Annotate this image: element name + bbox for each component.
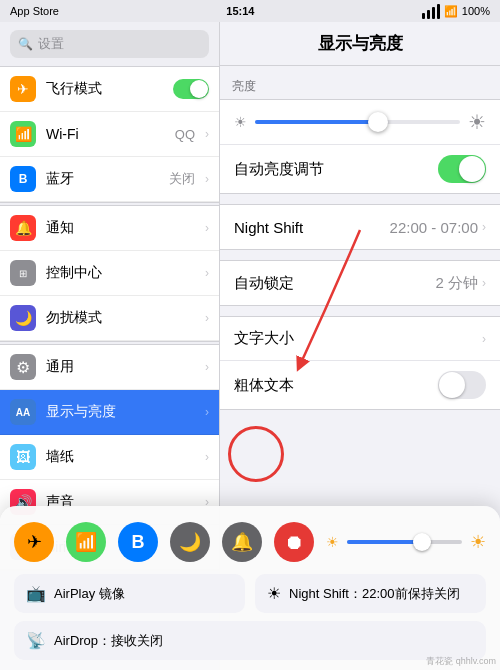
brightness-low-icon: ☀ — [234, 114, 247, 130]
brightness-high-icon: ☀ — [468, 110, 486, 134]
cc-nightshift-label: Night Shift：22:00前保持关闭 — [289, 585, 460, 603]
search-icon: 🔍 — [18, 37, 33, 51]
cc-brightness-thumb[interactable] — [413, 533, 431, 551]
cc-nightshift-icon: ☀ — [267, 584, 281, 603]
sidebar-label-do-not-disturb: 勿扰模式 — [46, 309, 195, 327]
bold-text-thumb — [439, 372, 465, 398]
auto-lock-value: 2 分钟 — [435, 274, 478, 293]
text-size-chevron: › — [482, 332, 486, 346]
sidebar-value-wifi: QQ — [175, 127, 195, 142]
cc-bluetooth-icon: B — [132, 532, 145, 553]
wifi-icon-sidebar: 📶 — [10, 121, 36, 147]
notifications-icon: 🔔 — [10, 215, 36, 241]
airplane-toggle[interactable] — [173, 79, 209, 99]
search-input-placeholder: 设置 — [38, 35, 64, 53]
general-chevron: › — [205, 360, 209, 374]
sidebar-header: 🔍 设置 — [0, 22, 219, 66]
wifi-chevron: › — [205, 127, 209, 141]
night-shift-row[interactable]: Night Shift 22:00 - 07:00 › — [220, 205, 500, 249]
auto-lock-chevron: › — [482, 276, 486, 290]
control-center-chevron: › — [205, 266, 209, 280]
sidebar-label-control-center: 控制中心 — [46, 264, 195, 282]
cc-top-row: ✈ 📶 B 🌙 🔔 ⏺ ☀ ☀ — [14, 522, 486, 562]
watermark: 青花瓷 qhhlv.com — [426, 655, 496, 668]
general-icon: ⚙ — [10, 354, 36, 380]
night-shift-value: 22:00 - 07:00 — [390, 219, 478, 236]
sidebar-item-control-center[interactable]: ⊞ 控制中心 › — [0, 251, 219, 296]
sidebar-label-general: 通用 — [46, 358, 195, 376]
do-not-disturb-chevron: › — [205, 311, 209, 325]
cc-airplay-tile[interactable]: 📺 AirPlay 镜像 — [14, 574, 245, 613]
cc-wifi-button[interactable]: 📶 — [66, 522, 106, 562]
sidebar-item-general[interactable]: ⚙ 通用 › — [0, 345, 219, 390]
sidebar-label-display: 显示与亮度 — [46, 403, 195, 421]
sidebar-item-bluetooth[interactable]: B 蓝牙 关闭 › — [0, 157, 219, 202]
auto-brightness-toggle[interactable] — [438, 155, 486, 183]
night-shift-section: Night Shift 22:00 - 07:00 › — [220, 204, 500, 250]
wifi-icon: 📶 — [444, 5, 458, 18]
cc-donotdisturb-icon: 🌙 — [179, 531, 201, 553]
night-shift-group: Night Shift 22:00 - 07:00 › — [220, 204, 500, 250]
cc-airdrop-row: 📡 AirDrop：接收关闭 — [14, 621, 486, 660]
signal-icon — [422, 4, 440, 19]
text-size-label: 文字大小 — [234, 329, 482, 348]
cc-tiles-row: 📺 AirPlay 镜像 ☀ Night Shift：22:00前保持关闭 — [14, 574, 486, 613]
bold-text-toggle[interactable] — [438, 371, 486, 399]
display-icon: AA — [10, 399, 36, 425]
status-time: 15:14 — [226, 5, 254, 17]
sidebar-label-wallpaper: 墙纸 — [46, 448, 195, 466]
text-group: 文字大小 › 粗体文本 — [220, 316, 500, 410]
sidebar-label-wifi: Wi-Fi — [46, 126, 165, 142]
status-left: App Store — [10, 5, 59, 17]
cc-airdrop-icon: 📡 — [26, 631, 46, 650]
sidebar-label-airplane: 飞行模式 — [46, 80, 163, 98]
wallpaper-chevron: › — [205, 450, 209, 464]
night-shift-chevron: › — [482, 220, 486, 234]
cc-sun-high-icon: ☀ — [470, 531, 486, 553]
brightness-section: 亮度 ☀ ☀ 自动亮度调节 — [220, 76, 500, 194]
search-box[interactable]: 🔍 设置 — [10, 30, 209, 58]
night-shift-label: Night Shift — [234, 219, 390, 236]
sidebar-item-notifications[interactable]: 🔔 通知 › — [0, 206, 219, 251]
auto-lock-label: 自动锁定 — [234, 274, 435, 293]
auto-lock-group: 自动锁定 2 分钟 › — [220, 260, 500, 306]
carrier-label: App Store — [10, 5, 59, 17]
brightness-thumb[interactable] — [368, 112, 388, 132]
sidebar-group-connectivity: ✈ 飞行模式 📶 Wi-Fi QQ › B 蓝牙 关闭 › — [0, 66, 219, 203]
cc-airplay-label: AirPlay 镜像 — [54, 585, 125, 603]
cc-record-icon: ⏺ — [284, 531, 304, 554]
cc-nightshift-tile[interactable]: ☀ Night Shift：22:00前保持关闭 — [255, 574, 486, 613]
cc-airplane-button[interactable]: ✈ — [14, 522, 54, 562]
status-right: 📶 100% — [422, 4, 490, 19]
cc-brightness-slider[interactable] — [347, 540, 462, 544]
battery-label: 100% — [462, 5, 490, 17]
brightness-fill — [255, 120, 378, 124]
auto-brightness-thumb — [459, 156, 485, 182]
text-size-row[interactable]: 文字大小 › — [220, 317, 500, 361]
notifications-chevron: › — [205, 221, 209, 235]
sidebar-item-do-not-disturb[interactable]: 🌙 勿扰模式 › — [0, 296, 219, 341]
status-bar: App Store 15:14 📶 100% — [0, 0, 500, 22]
cc-brightness-fill — [347, 540, 422, 544]
auto-brightness-row: 自动亮度调节 — [220, 145, 500, 193]
cc-airplay-icon: 📺 — [26, 584, 46, 603]
cc-alarm-icon: 🔔 — [231, 531, 253, 553]
auto-lock-section: 自动锁定 2 分钟 › — [220, 260, 500, 306]
brightness-row: ☀ ☀ — [220, 100, 500, 145]
cc-donotdisturb-button[interactable]: 🌙 — [170, 522, 210, 562]
cc-bluetooth-button[interactable]: B — [118, 522, 158, 562]
bluetooth-icon: B — [10, 166, 36, 192]
sidebar-item-display[interactable]: AA 显示与亮度 › — [0, 390, 219, 435]
bold-text-row: 粗体文本 — [220, 361, 500, 409]
cc-record-button[interactable]: ⏺ — [274, 522, 314, 562]
cc-alarm-button[interactable]: 🔔 — [222, 522, 262, 562]
sidebar-item-wifi[interactable]: 📶 Wi-Fi QQ › — [0, 112, 219, 157]
brightness-label: 亮度 — [220, 76, 500, 99]
sidebar-item-airplane[interactable]: ✈ 飞行模式 — [0, 67, 219, 112]
cc-airdrop-tile[interactable]: 📡 AirDrop：接收关闭 — [14, 621, 486, 660]
auto-lock-row[interactable]: 自动锁定 2 分钟 › — [220, 261, 500, 305]
control-center-overlay: ✈ 📶 B 🌙 🔔 ⏺ ☀ ☀ 📺 AirPlay 镜像 — [0, 506, 500, 670]
brightness-slider[interactable] — [255, 120, 460, 124]
cc-airdrop-label: AirDrop：接收关闭 — [54, 632, 163, 650]
sidebar-item-wallpaper[interactable]: 🖼 墙纸 › — [0, 435, 219, 480]
